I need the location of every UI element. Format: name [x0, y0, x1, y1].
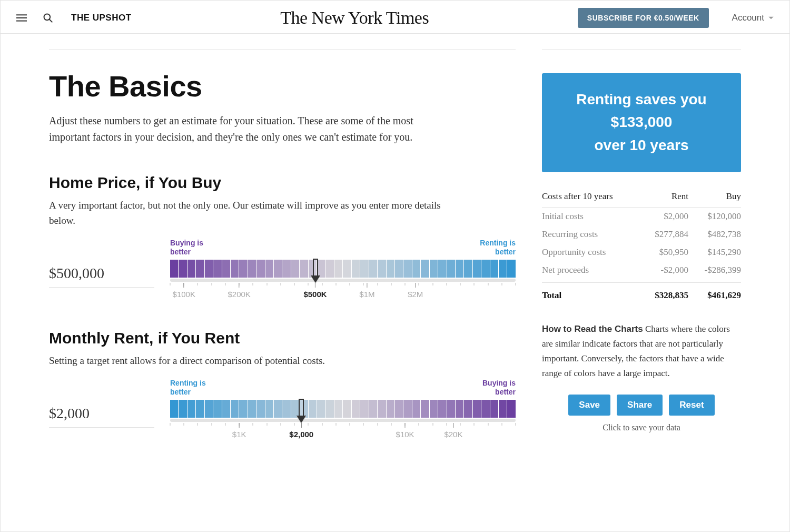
rent-sub: Setting a target rent allows for a direc…: [49, 353, 449, 369]
site-header: THE UPSHOT The New York Times SUBSCRIBE …: [1, 1, 789, 34]
svg-rect-0: [16, 14, 27, 15]
home-price-slider: $500,000 Buying is better Renting is bet…: [49, 239, 516, 301]
rent-slider-bars[interactable]: [170, 400, 516, 418]
page-title: The Basics: [49, 69, 516, 103]
costs-total: Total $328,835 $461,629: [542, 282, 741, 308]
home-price-sub: A very important factor, but not the onl…: [49, 198, 449, 228]
reset-button[interactable]: Reset: [669, 395, 714, 416]
total-label: Total: [542, 290, 636, 301]
account-label: Account: [732, 13, 764, 23]
home-left-label: Buying is better: [170, 239, 212, 257]
top-rule: [49, 50, 516, 50]
rent-value-col: $2,000: [49, 379, 154, 428]
side-column: Renting saves you $133,000 over 10 years…: [542, 34, 741, 441]
rent-heading: Monthly Rent, if You Rent: [49, 329, 516, 347]
cost-row: Opportunity costs$50,950$145,290: [542, 243, 741, 261]
rent-slider: $2,000 Renting is better Buying is bette…: [49, 379, 516, 441]
home-price-heading: Home Price, if You Buy: [49, 174, 516, 192]
costs-rows: Initial costs$2,000$120,000Recurring cos…: [542, 208, 741, 279]
total-rent: $328,835: [636, 290, 688, 301]
costs-col-rent: Rent: [636, 191, 688, 202]
svg-point-3: [44, 14, 51, 21]
howto-bold: How to Read the Charts: [542, 324, 643, 334]
svg-rect-1: [16, 17, 27, 18]
search-icon[interactable]: [42, 12, 54, 24]
rent-left-label: Renting is better: [170, 379, 212, 397]
svg-rect-2: [16, 21, 27, 22]
page-lead: Adjust these numbers to get an estimate …: [49, 113, 449, 145]
costs-header: Costs after 10 years Rent Buy: [542, 191, 741, 208]
howto-text: How to Read the Charts Charts where the …: [542, 322, 741, 381]
rent-slider-track[interactable]: [170, 419, 516, 422]
button-row: Save Share Reset: [542, 395, 741, 416]
page-body: The Basics Adjust these numbers to get a…: [1, 34, 789, 441]
chevron-down-icon: [767, 14, 775, 22]
side-top-rule: [542, 50, 741, 50]
home-right-label: Renting is better: [473, 239, 516, 257]
home-slider-bars[interactable]: [170, 260, 516, 278]
section-name[interactable]: THE UPSHOT: [71, 13, 132, 23]
rent-value[interactable]: $2,000: [49, 402, 154, 428]
home-price-labels: Buying is better Renting is better: [170, 239, 516, 257]
home-price-value[interactable]: $500,000: [49, 262, 154, 288]
account-menu[interactable]: Account: [732, 13, 775, 23]
subscribe-button[interactable]: SUBSCRIBE FOR €0.50/WEEK: [578, 8, 709, 28]
home-slider-track[interactable]: [170, 279, 516, 282]
summary-line2: $133,000: [552, 111, 730, 133]
rent-slider-col: Renting is better Buying is better $1K$2…: [170, 379, 516, 441]
share-button[interactable]: Share: [617, 395, 663, 416]
costs-title: Costs after 10 years: [542, 191, 636, 202]
cost-row: Initial costs$2,000$120,000: [542, 208, 741, 225]
costs-col-buy: Buy: [688, 191, 741, 202]
svg-line-4: [50, 19, 53, 23]
summary-box: Renting saves you $133,000 over 10 years: [542, 73, 741, 172]
cost-row: Recurring costs$277,884$482,738: [542, 225, 741, 243]
nyt-logo[interactable]: The New York Times: [145, 8, 564, 28]
summary-line1: Renting saves you: [552, 88, 730, 111]
home-price-slider-col: Buying is better Renting is better $100K…: [170, 239, 516, 301]
menu-icon[interactable]: [15, 12, 28, 24]
total-buy: $461,629: [688, 290, 741, 301]
save-button[interactable]: Save: [568, 395, 610, 416]
rent-slider-ticks: $1K$2,000$10K$20K: [170, 423, 516, 441]
rent-right-label: Buying is better: [473, 379, 516, 397]
main-column: The Basics Adjust these numbers to get a…: [49, 34, 516, 441]
home-price-value-col: $500,000: [49, 239, 154, 288]
home-slider-ticks: $100K$200K$500K$1M$2M: [170, 283, 516, 301]
save-note: Click to save your data: [542, 423, 741, 432]
rent-labels: Renting is better Buying is better: [170, 379, 516, 397]
summary-line3: over 10 years: [552, 134, 730, 156]
cost-row: Net proceeds-$2,000-$286,399: [542, 261, 741, 279]
